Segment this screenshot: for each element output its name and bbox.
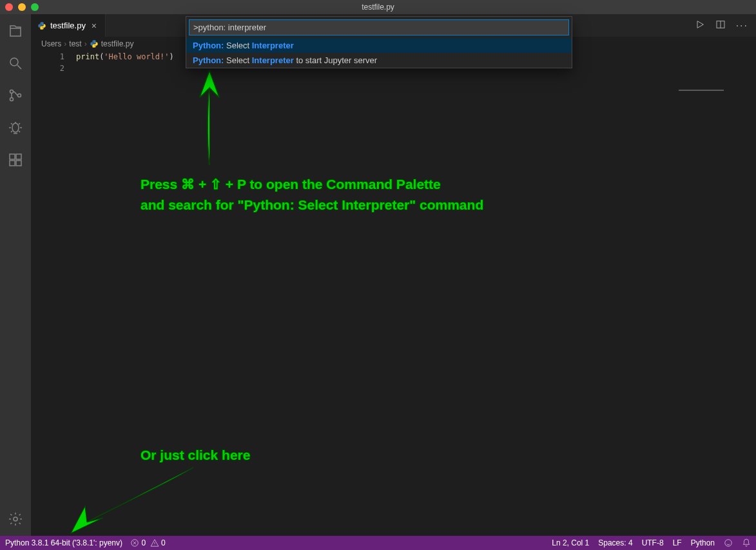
annotation-arrow-top: [192, 68, 231, 165]
source-control-icon[interactable]: [0, 84, 31, 107]
chevron-right-icon: ›: [64, 39, 66, 48]
svg-point-2: [10, 98, 14, 101]
breadcrumb-segment[interactable]: Users: [41, 39, 61, 48]
python-file-icon: [90, 39, 99, 48]
code-token-string: 'Hello world!': [104, 52, 169, 61]
svg-point-3: [18, 94, 21, 97]
more-actions-icon[interactable]: ···: [736, 20, 748, 32]
extensions-icon[interactable]: [0, 148, 31, 172]
match-highlight: Python:: [193, 55, 224, 65]
error-count-icon: [130, 538, 139, 547]
feedback-icon[interactable]: [724, 538, 733, 548]
python-interpreter-selector[interactable]: Python 3.8.1 64-bit ('3.8.1': pyenv): [5, 538, 122, 547]
minimize-window-button[interactable]: [18, 3, 26, 11]
python-file-icon: [37, 21, 46, 30]
titlebar: testfile.py: [0, 0, 756, 14]
activity-bar: [0, 14, 31, 536]
command-palette-results: Python: Select Interpreter Python: Selec…: [186, 38, 572, 68]
run-button[interactable]: [695, 19, 705, 32]
command-palette-input[interactable]: [189, 19, 569, 35]
code-token: ): [170, 52, 174, 61]
split-editor-icon[interactable]: [715, 19, 726, 32]
svg-point-12: [725, 540, 732, 547]
encoding-selector[interactable]: UTF-8: [642, 538, 664, 547]
code-token-fn: print: [76, 52, 99, 61]
svg-point-0: [10, 58, 18, 66]
svg-rect-6: [10, 161, 15, 166]
explorer-icon[interactable]: [0, 19, 31, 43]
warning-count-icon: [150, 538, 159, 547]
chevron-right-icon: ›: [84, 39, 87, 48]
match-highlight: Python:: [193, 41, 224, 50]
command-palette: Python: Select Interpreter Python: Selec…: [186, 16, 572, 68]
language-mode-selector[interactable]: Python: [691, 538, 715, 547]
svg-rect-5: [10, 154, 15, 159]
close-tab-icon[interactable]: ×: [90, 21, 99, 30]
search-icon[interactable]: [0, 52, 31, 75]
window-title: testfile.py: [0, 3, 756, 12]
svg-rect-8: [16, 154, 21, 159]
indentation-selector[interactable]: Spaces: 4: [598, 538, 632, 547]
command-palette-item[interactable]: Python: Select Interpreter: [186, 38, 572, 53]
debug-icon[interactable]: [0, 116, 31, 139]
svg-point-4: [12, 123, 19, 132]
warning-count: 0: [161, 538, 166, 547]
match-highlight: Interpreter: [252, 55, 294, 65]
svg-point-1: [10, 90, 14, 93]
annotation-arrow-bottom: [64, 461, 200, 538]
breadcrumb-segment[interactable]: testfile.py: [101, 39, 134, 48]
command-palette-item[interactable]: Python: Select Interpreter to start Jupy…: [186, 53, 572, 68]
editor-tab-testfile[interactable]: testfile.py ×: [31, 14, 106, 37]
annotation-text-top: Press ⌘ + ⇧ + P to open the Command Pale…: [141, 174, 483, 215]
editor-area: testfile.py × ··· Users › test: [31, 14, 756, 536]
fullscreen-window-button[interactable]: [31, 3, 39, 11]
line-number: 1: [31, 51, 64, 63]
problems-status[interactable]: 0 0: [130, 538, 166, 548]
match-highlight: Interpreter: [252, 41, 294, 50]
eol-selector[interactable]: LF: [673, 538, 682, 547]
line-number: 2: [31, 63, 64, 74]
svg-rect-7: [16, 161, 21, 166]
tab-filename: testfile.py: [50, 21, 86, 30]
error-count: 0: [141, 538, 146, 547]
close-window-button[interactable]: [5, 3, 13, 11]
cursor-position[interactable]: Ln 2, Col 1: [552, 538, 589, 547]
notifications-icon[interactable]: [742, 538, 751, 548]
window-controls: [0, 3, 39, 11]
svg-point-9: [14, 517, 17, 521]
settings-gear-icon[interactable]: [0, 507, 31, 531]
breadcrumb-segment[interactable]: test: [69, 39, 81, 48]
